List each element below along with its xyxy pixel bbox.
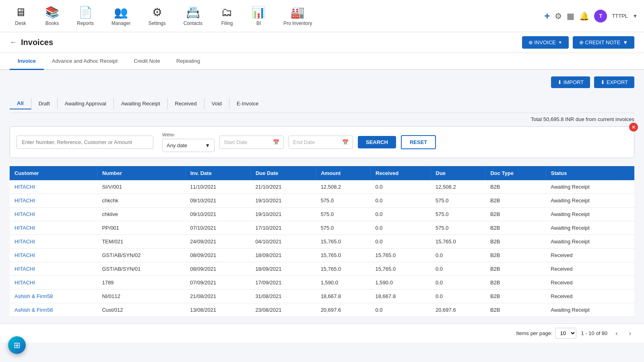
date-filter-dropdown[interactable]: Any date ▼	[162, 139, 215, 152]
search-input[interactable]	[17, 136, 153, 149]
prev-page-button[interactable]: ‹	[612, 328, 621, 339]
content-area: ⬇ IMPORT ⬇ EXPORT All Draft Awaiting App…	[0, 70, 644, 323]
customer-link[interactable]: Ashish & Firm58	[14, 307, 53, 313]
number-cell: PP/001	[97, 221, 185, 235]
customer-link[interactable]: HITACHI	[14, 239, 35, 245]
customer-link[interactable]: HITACHI	[14, 184, 35, 190]
amount-cell: 575.0	[316, 208, 371, 221]
status-tab-all[interactable]: All	[10, 98, 31, 109]
nav-label-books: Books	[45, 21, 59, 26]
inv-date-cell: 13/08/2021	[185, 303, 250, 317]
due-cell: 0.0	[431, 290, 485, 303]
customer-link[interactable]: HITACHI	[14, 252, 35, 258]
customer-link[interactable]: HITACHI	[14, 197, 35, 204]
reset-button[interactable]: RESET	[401, 135, 436, 149]
import-button[interactable]: ⬇ IMPORT	[551, 76, 590, 88]
table-header: Customer Number Inv. Date Due Date Amoun…	[10, 166, 634, 180]
customer-link[interactable]: HITACHI	[14, 266, 35, 272]
settings-gear-button[interactable]: ⚙	[555, 11, 562, 21]
nav-item-pro-inventory[interactable]: 🏭 Pro Inventory	[276, 2, 319, 29]
due-cell: 575.0	[431, 208, 485, 221]
inv-date-cell: 11/10/2021	[185, 180, 250, 194]
doc-type-cell: B2B	[485, 194, 546, 208]
add-credit-note-button[interactable]: ⊕ CREDIT NOTE ▼	[573, 36, 634, 49]
due-date-cell: 19/10/2021	[250, 208, 316, 221]
number-cell: chklive	[97, 208, 185, 221]
due-date-cell: 17/09/2021	[250, 276, 316, 290]
items-per-page-select[interactable]: 10 25 50	[555, 328, 576, 339]
total-amount-text: Total 50,695.8 INR due from current invo…	[10, 116, 634, 122]
doc-type-cell: B2B	[485, 262, 546, 276]
customer-link[interactable]: HITACHI	[14, 280, 35, 286]
status-tab-received[interactable]: Received	[168, 98, 204, 109]
grid-button[interactable]: ▦	[567, 11, 574, 21]
col-due: Due	[431, 166, 485, 180]
status-tab-draft[interactable]: Draft	[31, 98, 58, 109]
page-title: Invoices	[21, 38, 53, 47]
due-cell: 575.0	[431, 221, 485, 235]
inv-date-cell: 09/10/2021	[185, 194, 250, 208]
tab-invoice[interactable]: Invoice	[10, 53, 44, 70]
nav-label-manager: Manager	[111, 21, 130, 26]
nav-item-manager[interactable]: 👥 Manager	[104, 2, 138, 29]
col-number: Number	[97, 166, 185, 180]
status-cell: Received	[546, 290, 634, 303]
tab-credit[interactable]: Credit Note	[126, 53, 168, 70]
inv-date-cell: 21/08/2021	[185, 290, 250, 303]
col-due-date: Due Date	[250, 166, 316, 180]
end-date-input[interactable]: End Date 📅	[289, 136, 353, 149]
customer-link[interactable]: HITACHI	[14, 211, 35, 217]
customer-link[interactable]: HITACHI	[14, 225, 35, 231]
close-button[interactable]: ×	[629, 123, 638, 132]
nav-item-reports[interactable]: 📄 Reports	[70, 2, 101, 29]
nav-label-reports: Reports	[77, 21, 94, 26]
amount-cell: 15,765.0	[316, 262, 371, 276]
add-invoice-button[interactable]: ⊕ INVOICE ▼	[522, 36, 569, 49]
add-button[interactable]: +	[544, 10, 550, 22]
tab-repeating[interactable]: Repeating	[168, 53, 208, 70]
dropdown-arrow-icon: ▼	[205, 142, 210, 148]
received-cell: 0.0	[371, 221, 431, 235]
toolbar-row: ⬇ IMPORT ⬇ EXPORT	[10, 76, 634, 88]
received-cell: 15,765.0	[371, 249, 431, 262]
start-date-input[interactable]: Start Date 📅	[219, 136, 284, 149]
nav-item-bi[interactable]: 📊 BI	[244, 2, 273, 29]
status-tab-e-invoice[interactable]: E-Invoice	[229, 98, 266, 109]
number-cell: Cust/012	[97, 303, 185, 317]
back-button[interactable]: ←	[10, 38, 17, 47]
page-header-right: ⊕ INVOICE ▼ ⊕ CREDIT NOTE ▼	[522, 36, 634, 49]
doc-type-cell: B2B	[485, 235, 546, 249]
due-cell: 15,765.0	[431, 235, 485, 249]
received-cell: 18,667.8	[371, 290, 431, 303]
table-body: HITACHI SI/V/001 11/10/2021 21/10/2021 1…	[10, 180, 634, 317]
nav-item-filing[interactable]: 🗂 Filing	[213, 2, 241, 29]
status-cell: Awaiting Receipt	[546, 235, 634, 249]
due-date-cell: 21/10/2021	[250, 180, 316, 194]
status-tab-awaiting-receipt[interactable]: Awaiting Receipt	[114, 98, 168, 109]
due-date-cell: 19/10/2021	[250, 194, 316, 208]
status-tab-awaiting-approval[interactable]: Awaiting Approval	[58, 98, 114, 109]
invoices-table: Customer Number Inv. Date Due Date Amoun…	[10, 166, 634, 317]
search-button[interactable]: SEARCH	[358, 136, 396, 148]
user-avatar[interactable]: T	[594, 10, 607, 23]
items-per-page-label: Items per page:	[516, 330, 552, 336]
notification-button[interactable]: 🔔	[579, 11, 589, 21]
tab-advance[interactable]: Advance and Adhoc Receipt	[44, 53, 126, 70]
export-button[interactable]: ⬇ EXPORT	[594, 76, 634, 88]
amount-cell: 20,697.6	[316, 303, 371, 317]
status-tab-void[interactable]: Void	[204, 98, 229, 109]
nav-item-contacts[interactable]: 📇 Contacts	[176, 2, 210, 29]
company-dropdown-chevron[interactable]: ▼	[633, 13, 638, 19]
nav-item-settings[interactable]: ⚙ Settings	[141, 2, 173, 29]
status-cell: Received	[546, 276, 634, 290]
next-page-button[interactable]: ›	[626, 328, 634, 339]
doc-type-cell: B2B	[485, 221, 546, 235]
nav-item-desk[interactable]: 🖥 Desk	[6, 2, 35, 29]
nav-item-books[interactable]: 📚 Books	[38, 2, 66, 29]
customer-link[interactable]: Ashish & Firm58	[14, 293, 53, 299]
within-group: Within Any date ▼	[162, 132, 215, 152]
inv-date-cell: 24/09/2021	[185, 235, 250, 249]
due-cell: 0.0	[431, 249, 485, 262]
nav-items: 🖥 Desk 📚 Books 📄 Reports 👥 Manager ⚙ Set…	[6, 2, 544, 29]
number-cell: SI/V/001	[97, 180, 185, 194]
